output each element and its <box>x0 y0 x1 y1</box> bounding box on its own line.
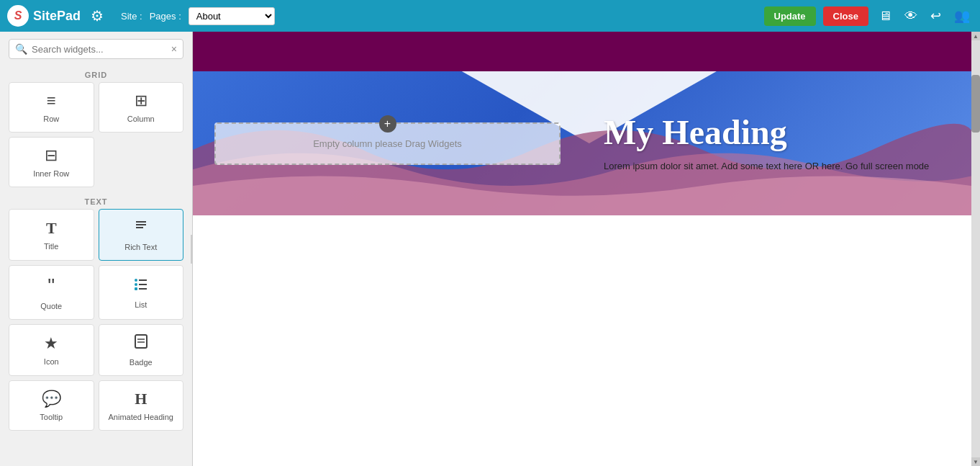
quote-label: Quote <box>40 302 62 310</box>
search-bar: 🔍 × <box>9 39 183 59</box>
scroll-up-button[interactable]: ▲ <box>971 32 980 40</box>
row-widget[interactable]: ≡ Row <box>9 82 94 133</box>
undo-icon-button[interactable]: ↩ <box>927 5 944 27</box>
search-icon: 🔍 <box>15 43 27 55</box>
clear-search-button[interactable]: × <box>171 43 177 55</box>
animated-heading-widget[interactable]: H Animated Heading <box>99 380 184 431</box>
settings-button[interactable]: ⚙ <box>88 4 106 27</box>
desktop-icon-button[interactable]: 🖥 <box>876 6 894 27</box>
row-label: Row <box>43 115 59 123</box>
close-button[interactable]: Close <box>823 6 868 26</box>
update-button[interactable]: Update <box>764 6 816 26</box>
column-label: Column <box>127 115 155 123</box>
icon-label: Icon <box>44 357 59 366</box>
left-panel: 🔍 × GRID ≡ Row ⊞ Column ⊟ Inner Row TEXT <box>0 32 193 466</box>
quote-widget[interactable]: " Quote <box>9 265 94 320</box>
list-label: List <box>135 300 147 309</box>
preview-icon-button[interactable]: 👁 <box>902 6 920 27</box>
top-section-2 <box>388 32 583 71</box>
text-widget-grid: T Title Rich Text " Quote <box>0 209 192 436</box>
hero-left-column: + Empty column please Drag Widgets <box>193 108 582 179</box>
top-section-4 <box>777 32 972 71</box>
rich-text-label: Rich Text <box>124 243 157 251</box>
tooltip-icon: 💬 <box>42 390 61 408</box>
drop-zone[interactable]: + Empty column please Drag Widgets <box>214 122 561 165</box>
scrollbar-thumb[interactable] <box>971 75 980 133</box>
right-scrollbar[interactable]: ▲ ▼ <box>971 32 980 466</box>
users-icon-button[interactable]: 👥 <box>951 5 973 27</box>
inner-row-icon: ⊟ <box>45 146 58 165</box>
tooltip-widget[interactable]: 💬 Tooltip <box>9 380 94 431</box>
title-label: Title <box>44 242 58 251</box>
animated-heading-icon: H <box>135 390 147 408</box>
canvas-area: + Empty column please Drag Widgets My He… <box>193 32 971 466</box>
site-label: Site : <box>121 11 142 22</box>
list-icon <box>133 276 149 296</box>
rich-text-widget[interactable]: Rich Text <box>99 209 184 261</box>
quote-icon: " <box>47 274 55 297</box>
column-widget[interactable]: ⊞ Column <box>99 82 184 133</box>
title-widget[interactable]: T Title <box>9 209 94 261</box>
hero-body-text[interactable]: Lorem ipsum dolor sit amet. Add some tex… <box>604 159 950 174</box>
app-name: SitePad <box>33 9 81 24</box>
grid-section-label: GRID <box>0 71 192 79</box>
pages-dropdown[interactable]: About Home Contact <box>189 7 275 25</box>
column-icon: ⊞ <box>135 91 148 110</box>
navbar: S SitePad ⚙ Site : Pages : About Home Co… <box>0 0 980 32</box>
top-sections <box>193 32 971 71</box>
badge-icon <box>133 333 149 354</box>
inner-row-label: Inner Row <box>33 169 69 178</box>
main-layout: 🔍 × GRID ≡ Row ⊞ Column ⊟ Inner Row TEXT <box>0 32 980 466</box>
svg-point-3 <box>135 279 137 282</box>
app-logo: S SitePad <box>7 5 81 27</box>
svg-point-5 <box>135 283 137 286</box>
hero-right-column: My Heading Lorem ipsum dolor sit amet. A… <box>582 99 971 187</box>
icon-widget-icon: ★ <box>44 334 58 353</box>
search-input[interactable] <box>32 44 171 55</box>
svg-rect-7 <box>135 287 137 290</box>
inner-row-widget[interactable]: ⊟ Inner Row <box>9 137 94 187</box>
text-section-label: TEXT <box>0 197 192 206</box>
scroll-down-button[interactable]: ▼ <box>971 457 980 466</box>
content-area <box>193 215 971 460</box>
tooltip-label: Tooltip <box>40 413 63 421</box>
hero-section: + Empty column please Drag Widgets My He… <box>193 71 971 215</box>
badge-label: Badge <box>130 358 153 367</box>
logo-icon: S <box>7 5 29 27</box>
row-icon: ≡ <box>47 91 56 110</box>
top-section-3 <box>582 32 777 71</box>
badge-widget[interactable]: Badge <box>99 324 184 376</box>
hero-heading[interactable]: My Heading <box>604 114 950 152</box>
animated-heading-label: Animated Heading <box>108 413 173 421</box>
icon-widget[interactable]: ★ Icon <box>9 324 94 376</box>
logo-letter: S <box>14 9 22 22</box>
svg-rect-9 <box>135 335 147 348</box>
pages-label: Pages : <box>150 11 181 22</box>
rich-text-icon <box>133 218 149 238</box>
top-section-1 <box>193 32 388 71</box>
drop-zone-text: Empty column please Drag Widgets <box>313 138 462 149</box>
title-icon: T <box>46 219 57 238</box>
grid-widget-grid: ≡ Row ⊞ Column ⊟ Inner Row <box>0 82 192 193</box>
list-widget[interactable]: List <box>99 265 184 320</box>
add-widget-button[interactable]: + <box>379 115 396 133</box>
